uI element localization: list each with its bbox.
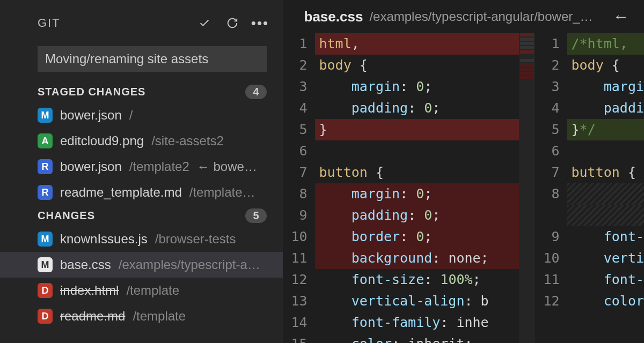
file-name: readme.md bbox=[60, 309, 125, 324]
tab-path: /examples/typescript-angular/bower_… bbox=[369, 9, 602, 24]
line-number: 15 bbox=[283, 333, 308, 343]
file-name: base.css bbox=[60, 257, 111, 272]
sidebar-header: GIT ••• bbox=[0, 10, 283, 36]
staged-changes-header[interactable]: STAGED CHANGES 4 bbox=[0, 81, 283, 102]
file-row[interactable]: Dindex.html/template bbox=[0, 278, 283, 303]
code-line[interactable]: button { bbox=[315, 162, 519, 183]
minimap-slice bbox=[520, 50, 534, 54]
changes-header[interactable]: CHANGES 5 bbox=[0, 205, 283, 226]
line-number: 10 bbox=[535, 248, 560, 269]
code-line[interactable] bbox=[567, 183, 644, 205]
staged-changes-count: 4 bbox=[245, 85, 266, 99]
diff-view[interactable]: 123456789101112131415 html,body { margin… bbox=[283, 33, 644, 343]
code-line[interactable]: padding: 0; bbox=[315, 98, 519, 119]
minimap-slice bbox=[520, 72, 534, 75]
code-right[interactable]: /*html,body { margi paddi}*/button { fon… bbox=[567, 33, 644, 343]
status-badge: D bbox=[38, 283, 53, 298]
code-line[interactable]: background: none; bbox=[315, 248, 519, 269]
code-line[interactable]: body { bbox=[567, 55, 644, 76]
minimap-slice bbox=[520, 63, 534, 66]
code-line[interactable]: font- bbox=[567, 226, 644, 248]
status-badge: M bbox=[38, 257, 53, 272]
file-name: bower.json bbox=[60, 108, 122, 123]
file-name: editcloud9.png bbox=[60, 133, 144, 148]
line-number: 11 bbox=[283, 248, 308, 269]
line-number: 12 bbox=[283, 269, 308, 290]
code-line[interactable]: font- bbox=[567, 269, 644, 290]
code-line[interactable]: verti bbox=[567, 248, 644, 269]
code-line[interactable]: font-size: 100%; bbox=[315, 269, 519, 290]
file-path: /examples/typescript-a… bbox=[119, 257, 260, 272]
minimap[interactable] bbox=[519, 33, 535, 343]
more-actions-icon[interactable]: ••• bbox=[254, 17, 267, 29]
line-number: 4 bbox=[283, 98, 308, 119]
file-path: / bbox=[129, 108, 133, 123]
staged-changes-title: STAGED CHANGES bbox=[38, 86, 245, 98]
git-sidebar: GIT ••• Moving/renaming site assets STAG… bbox=[0, 0, 283, 343]
code-line[interactable]: color: inherit; bbox=[315, 333, 519, 343]
status-badge: M bbox=[38, 232, 53, 247]
code-line[interactable]: button { bbox=[567, 162, 644, 183]
file-row[interactable]: Mbase.css/examples/typescript-a… bbox=[0, 252, 283, 278]
code-line[interactable] bbox=[315, 140, 519, 162]
commit-message-input[interactable]: Moving/renaming site assets bbox=[38, 46, 267, 72]
line-number: 1 bbox=[535, 33, 560, 55]
code-line[interactable]: body { bbox=[315, 55, 519, 76]
line-number: 5 bbox=[535, 119, 560, 140]
code-line[interactable]: vertical-align: b bbox=[315, 290, 519, 312]
file-row[interactable]: Rreadme_template.md/template… bbox=[0, 180, 283, 205]
gutter-left: 123456789101112131415 bbox=[283, 33, 315, 343]
line-number: 8 bbox=[535, 183, 560, 205]
file-row[interactable]: Mbower.json/ bbox=[0, 102, 283, 128]
staged-file-list: Mbower.json/Aeditcloud9.png/site-assets2… bbox=[0, 102, 283, 205]
file-path: /template bbox=[126, 283, 179, 298]
code-line[interactable]: border: 0; bbox=[315, 226, 519, 248]
line-number: 10 bbox=[283, 226, 308, 248]
file-name: readme_template.md bbox=[60, 185, 182, 200]
minimap-slice bbox=[520, 38, 534, 41]
code-line[interactable]: }*/ bbox=[567, 119, 644, 140]
line-number: 4 bbox=[535, 98, 560, 119]
code-left[interactable]: html,body { margin: 0; padding: 0;}butto… bbox=[315, 33, 519, 343]
file-path: /site-assets2 bbox=[151, 133, 224, 148]
status-badge: M bbox=[38, 108, 53, 123]
file-name: knownIssues.js bbox=[60, 232, 148, 247]
status-badge: R bbox=[38, 185, 53, 200]
code-line[interactable]: margin: 0; bbox=[315, 76, 519, 98]
commit-icon[interactable] bbox=[198, 17, 211, 29]
tab-filename[interactable]: base.css bbox=[304, 9, 363, 25]
code-line[interactable]: color bbox=[567, 290, 644, 312]
code-line[interactable]: padding: 0; bbox=[315, 205, 519, 226]
line-number: 7 bbox=[535, 162, 560, 183]
file-path: /browser-tests bbox=[155, 232, 236, 247]
code-line[interactable]: /*html, bbox=[567, 33, 644, 55]
line-number: 13 bbox=[283, 290, 308, 312]
code-line[interactable]: margi bbox=[567, 76, 644, 98]
file-row[interactable]: Dreadme.md/template bbox=[0, 303, 283, 329]
back-arrow-icon[interactable]: ← bbox=[609, 8, 633, 26]
file-row[interactable]: Rbower.json/template2 ← bowe… bbox=[0, 154, 283, 180]
minimap-slice bbox=[520, 59, 534, 62]
line-number: 5 bbox=[283, 119, 308, 140]
code-line[interactable]: margin: 0; bbox=[315, 183, 519, 205]
code-line[interactable]: font-family: inhe bbox=[315, 312, 519, 333]
line-number: 7 bbox=[283, 162, 308, 183]
file-row[interactable]: MknownIssues.js/browser-tests bbox=[0, 226, 283, 252]
changes-count: 5 bbox=[245, 208, 266, 223]
minimap-slice bbox=[520, 46, 534, 49]
changes-file-list: MknownIssues.js/browser-testsMbase.css/e… bbox=[0, 226, 283, 329]
code-line[interactable] bbox=[567, 205, 644, 226]
code-line[interactable]: paddi bbox=[567, 98, 644, 119]
minimap-slice bbox=[520, 68, 534, 71]
line-number: 1 bbox=[283, 33, 308, 55]
file-path: /template2 bbox=[129, 159, 189, 174]
minimap-slice bbox=[520, 76, 534, 79]
refresh-icon[interactable] bbox=[226, 17, 239, 29]
file-suffix: ← bowe… bbox=[197, 159, 257, 174]
code-line[interactable] bbox=[567, 140, 644, 162]
code-line[interactable]: html, bbox=[315, 33, 519, 55]
code-line[interactable]: } bbox=[315, 119, 519, 140]
file-row[interactable]: Aeditcloud9.png/site-assets2 bbox=[0, 128, 283, 154]
line-number: 2 bbox=[535, 55, 560, 76]
line-number: 9 bbox=[283, 205, 308, 226]
